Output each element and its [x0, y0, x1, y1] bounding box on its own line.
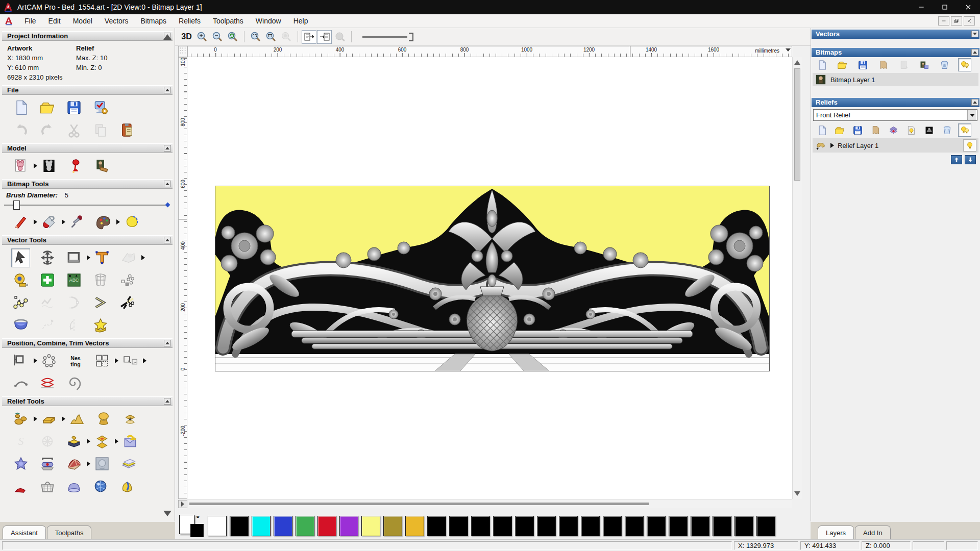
minimize-button[interactable]: [910, 0, 933, 14]
flyout-arrow-icon[interactable]: [34, 219, 37, 224]
create-text-button[interactable]: [92, 248, 111, 267]
zoom-box-button[interactable]: [248, 30, 263, 44]
vertical-scrollbar[interactable]: [792, 57, 802, 499]
nesting-button[interactable]: Nesting: [66, 352, 85, 370]
panel-scroll-up-button[interactable]: [163, 34, 172, 40]
toggle-relief-view-button[interactable]: [317, 30, 332, 44]
delete-bitmap-button[interactable]: [938, 58, 951, 71]
zoom-fit-button[interactable]: [263, 30, 278, 44]
colour-swatch-7[interactable]: [361, 516, 380, 536]
colour-swatch-25[interactable]: [756, 516, 775, 536]
scatter-points-button[interactable]: [117, 271, 136, 290]
expand-button[interactable]: [971, 31, 978, 37]
menu-model[interactable]: Model: [67, 15, 99, 27]
relief-clipart-button[interactable]: [11, 410, 30, 429]
menu-toolpaths[interactable]: Toolpaths: [207, 15, 250, 27]
merge-relief-layers-button[interactable]: [887, 123, 900, 137]
relief-select-dropdown[interactable]: Front Relief: [813, 109, 977, 121]
copy-along-curve-button[interactable]: [120, 352, 139, 370]
colour-swatch-8[interactable]: [383, 516, 402, 536]
vector-doctor-button[interactable]: [38, 271, 57, 290]
colour-swatch-2[interactable]: [252, 516, 271, 536]
colour-swatch-4[interactable]: [296, 516, 314, 536]
roll-up-button[interactable]: [164, 340, 171, 346]
colour-swatch-19[interactable]: [625, 516, 644, 536]
artwork-image[interactable]: [215, 186, 770, 371]
layer-visibility-button[interactable]: [963, 139, 976, 152]
flyout-arrow-icon[interactable]: [62, 416, 65, 421]
create-polyline-button[interactable]: [11, 293, 30, 312]
menu-help[interactable]: Help: [287, 15, 314, 27]
relief-light-button[interactable]: [904, 123, 918, 137]
colour-swatch-0[interactable]: [208, 516, 227, 536]
create-text-block-button[interactable]: ABC: [64, 271, 83, 290]
stamp-relief-button[interactable]: [11, 455, 30, 473]
scroll-up-arrow[interactable]: [794, 60, 800, 65]
relief-layer-row[interactable]: Relief Layer 1: [813, 138, 978, 153]
pane-splitter-button[interactable]: [178, 500, 187, 508]
flyout-arrow-icon[interactable]: [34, 358, 37, 363]
open-relief-button[interactable]: [833, 123, 846, 137]
open-bitmap-button[interactable]: [836, 58, 849, 71]
colour-swatch-9[interactable]: [405, 516, 424, 536]
bitmap-to-relief-button[interactable]: [917, 58, 930, 71]
flyout-arrow-icon[interactable]: [116, 219, 120, 224]
model-lighting-button[interactable]: [66, 157, 85, 176]
load-texture-button[interactable]: [92, 157, 111, 176]
colour-swatch-11[interactable]: [449, 516, 468, 536]
colour-swatch-24[interactable]: [734, 516, 753, 536]
relief-basket-button[interactable]: [38, 477, 57, 496]
ruler-unit-dropdown[interactable]: [786, 48, 791, 52]
flyout-arrow-icon[interactable]: [34, 416, 37, 421]
colour-swatch-21[interactable]: [669, 516, 688, 536]
spiral-tool-button[interactable]: [64, 374, 83, 393]
align-vectors-button[interactable]: [11, 352, 30, 370]
secondary-colour-swatch[interactable]: [190, 524, 204, 537]
bitmap-layer-row[interactable]: Bitmap Layer 1: [813, 73, 978, 86]
transform-vectors-button[interactable]: [38, 248, 57, 267]
collapse-button[interactable]: [971, 49, 978, 56]
delete-relief-button[interactable]: [940, 123, 953, 137]
wrap-mesh-button[interactable]: [91, 271, 110, 290]
open-model-button[interactable]: [38, 98, 57, 117]
create-arrowhead-button[interactable]: [91, 293, 110, 312]
toggle-relief-visibility-button[interactable]: [958, 123, 971, 137]
measure-tool-button[interactable]: [11, 271, 30, 290]
menu-edit[interactable]: Edit: [42, 15, 67, 27]
colour-swatch-15[interactable]: [537, 516, 556, 536]
horizontal-ruler[interactable]: 02004006008001000120014001600 millimetre…: [187, 46, 792, 57]
pick-colour-button[interactable]: [67, 213, 86, 232]
dropdown-arrow-button[interactable]: [967, 110, 976, 120]
tab-layers[interactable]: Layers: [818, 525, 854, 539]
move-layer-down-button[interactable]: [965, 155, 976, 164]
extrude-tool-button[interactable]: [11, 316, 30, 335]
collapse-button[interactable]: [971, 99, 978, 106]
maximize-button[interactable]: [933, 0, 957, 14]
relief-swept-button[interactable]: [117, 477, 136, 496]
horizontal-scrollbar[interactable]: [178, 499, 792, 508]
close-button[interactable]: [964, 16, 975, 26]
circular-copy-button[interactable]: [39, 352, 58, 370]
2d-view-canvas[interactable]: [187, 57, 792, 499]
options-button[interactable]: [91, 98, 110, 117]
toggle-bitmap-view-button[interactable]: [302, 30, 316, 44]
flyout-arrow-icon[interactable]: [62, 219, 65, 224]
paint-bucket-button[interactable]: [39, 213, 58, 232]
move-layer-up-button[interactable]: [951, 155, 962, 164]
colour-swatch-6[interactable]: [339, 516, 358, 536]
flyout-arrow-icon[interactable]: [87, 461, 90, 466]
new-model-button[interactable]: [11, 98, 30, 117]
offset-relief-button[interactable]: [120, 410, 139, 429]
flyout-arrow-icon[interactable]: [143, 358, 146, 363]
minimize-button[interactable]: [938, 16, 949, 26]
relief-extra-button[interactable]: [11, 477, 30, 496]
menu-window[interactable]: Window: [250, 15, 287, 27]
panel-scroll-down-button[interactable]: [163, 511, 172, 516]
new-bitmap-button[interactable]: [815, 58, 828, 71]
slider-knob[interactable]: [13, 201, 20, 210]
relief-dome-2-button[interactable]: [64, 477, 83, 496]
new-relief-button[interactable]: [815, 123, 828, 137]
horizontal-scroll-thumb[interactable]: [189, 503, 649, 505]
zoom-out-button[interactable]: [210, 30, 225, 44]
toggle-bitmap-visibility-button[interactable]: [958, 58, 971, 71]
